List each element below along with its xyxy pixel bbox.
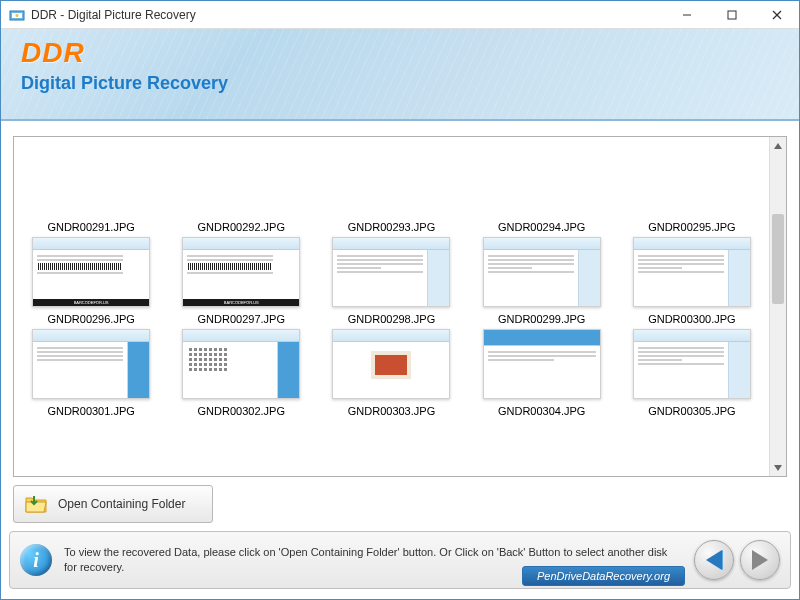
thumbnail-image — [633, 329, 751, 399]
vertical-scrollbar[interactable] — [769, 137, 786, 476]
thumbnail-filename: GNDR00304.JPG — [498, 405, 585, 417]
thumbnail-image — [483, 329, 601, 399]
window-title: DDR - Digital Picture Recovery — [31, 8, 664, 22]
thumbnail-item[interactable]: GNDR00304.JPG — [471, 329, 613, 417]
thumbnail-item[interactable]: GNDR00292.JPG — [170, 145, 312, 233]
scroll-thumb[interactable] — [772, 214, 784, 304]
header-banner: DDR Digital Picture Recovery — [1, 29, 799, 121]
back-button[interactable] — [694, 540, 734, 580]
info-icon: i — [20, 544, 52, 576]
thumbnail-item[interactable]: GNDR00305.JPG — [621, 329, 763, 417]
thumbnail-item[interactable]: BARCODEFOR.USGNDR00296.JPG — [20, 237, 162, 325]
thumbnail-filename: GNDR00302.JPG — [198, 405, 285, 417]
forward-button[interactable] — [740, 540, 780, 580]
logo-text: DDR — [21, 37, 779, 69]
close-button[interactable] — [754, 1, 799, 29]
thumbnail-item[interactable]: BARCODEFOR.USGNDR00297.JPG — [170, 237, 312, 325]
app-subtitle: Digital Picture Recovery — [21, 73, 779, 94]
thumbnail-filename: GNDR00291.JPG — [47, 221, 134, 233]
thumbnail-image — [332, 237, 450, 307]
thumbnail-image — [483, 145, 601, 215]
thumbnail-filename: GNDR00303.JPG — [348, 405, 435, 417]
thumbnail-filename: GNDR00298.JPG — [348, 313, 435, 325]
thumbnail-image — [32, 145, 150, 215]
titlebar: DDR - Digital Picture Recovery — [1, 1, 799, 29]
content-area: GNDR00291.JPGGNDR00292.JPGGNDR00293.JPGG… — [1, 121, 799, 531]
thumbnail-item[interactable]: GNDR00302.JPG — [170, 329, 312, 417]
scroll-down-button[interactable] — [770, 459, 786, 476]
thumbnail-image — [182, 329, 300, 399]
watermark-badge: PenDriveDataRecovery.org — [522, 566, 685, 586]
thumbnail-image: BARCODEFOR.US — [32, 237, 150, 307]
thumbnail-item[interactable]: GNDR00301.JPG — [20, 329, 162, 417]
thumbnail-item[interactable]: GNDR00295.JPG — [621, 145, 763, 233]
app-window: DDR - Digital Picture Recovery DDR Digit… — [0, 0, 800, 600]
thumbnail-filename: GNDR00297.JPG — [198, 313, 285, 325]
thumbnail-filename: GNDR00300.JPG — [648, 313, 735, 325]
thumbnail-item[interactable]: GNDR00299.JPG — [471, 237, 613, 325]
thumbnail-image — [32, 329, 150, 399]
footer-bar: i To view the recovered Data, please cli… — [9, 531, 791, 589]
thumbnail-item[interactable]: GNDR00298.JPG — [320, 237, 462, 325]
thumbnail-image — [182, 145, 300, 215]
thumbnail-grid: GNDR00291.JPGGNDR00292.JPGGNDR00293.JPGG… — [14, 137, 769, 476]
thumbnail-image — [332, 329, 450, 399]
thumbnail-filename: GNDR00295.JPG — [648, 221, 735, 233]
scroll-track[interactable] — [770, 154, 786, 459]
thumbnail-item[interactable]: GNDR00293.JPG — [320, 145, 462, 233]
thumbnail-filename: GNDR00293.JPG — [348, 221, 435, 233]
app-icon — [9, 7, 25, 23]
svg-point-2 — [16, 14, 19, 17]
thumbnail-item[interactable]: GNDR00294.JPG — [471, 145, 613, 233]
thumbnail-filename: GNDR00299.JPG — [498, 313, 585, 325]
open-containing-folder-button[interactable]: Open Containing Folder — [13, 485, 213, 523]
thumbnail-image — [332, 145, 450, 215]
maximize-button[interactable] — [709, 1, 754, 29]
scroll-up-button[interactable] — [770, 137, 786, 154]
open-folder-label: Open Containing Folder — [58, 497, 185, 511]
thumbnail-panel: GNDR00291.JPGGNDR00292.JPGGNDR00293.JPGG… — [13, 136, 787, 477]
thumbnail-image — [633, 145, 751, 215]
thumbnail-item[interactable]: GNDR00303.JPG — [320, 329, 462, 417]
thumbnail-image: BARCODEFOR.US — [182, 237, 300, 307]
svg-rect-4 — [728, 11, 736, 19]
thumbnail-filename: GNDR00292.JPG — [198, 221, 285, 233]
nav-buttons — [694, 540, 780, 580]
thumbnail-item[interactable]: GNDR00300.JPG — [621, 237, 763, 325]
thumbnail-filename: GNDR00301.JPG — [47, 405, 134, 417]
thumbnail-filename: GNDR00305.JPG — [648, 405, 735, 417]
thumbnail-image — [633, 237, 751, 307]
thumbnail-item[interactable]: GNDR00291.JPG — [20, 145, 162, 233]
svg-marker-8 — [774, 465, 782, 471]
thumbnail-filename: GNDR00296.JPG — [47, 313, 134, 325]
thumbnail-image — [483, 237, 601, 307]
svg-marker-7 — [774, 143, 782, 149]
titlebar-controls — [664, 1, 799, 28]
folder-icon — [24, 494, 48, 514]
minimize-button[interactable] — [664, 1, 709, 29]
thumbnail-filename: GNDR00294.JPG — [498, 221, 585, 233]
